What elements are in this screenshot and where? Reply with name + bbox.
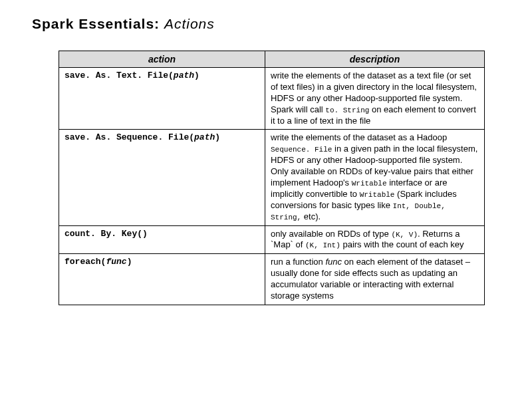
- table-row: save. As. Text. File(path) write the ele…: [59, 68, 485, 130]
- page-title: Spark Essentials: Actions: [32, 16, 505, 32]
- action-description: write the elements of the dataset as a H…: [265, 130, 485, 225]
- table-row: foreach(func) run a function func on eac…: [59, 254, 485, 305]
- action-description: only available on RDDs of type (K, V). R…: [265, 225, 485, 254]
- action-name: foreach(func): [59, 254, 265, 305]
- action-name: count. By. Key(): [59, 225, 265, 254]
- action-description: write the elements of the dataset as a t…: [265, 68, 485, 130]
- table-row: count. By. Key() only available on RDDs …: [59, 225, 485, 254]
- actions-table: action description save. As. Text. File(…: [59, 51, 485, 305]
- table-header-row: action description: [59, 51, 485, 68]
- title-main: Spark Essentials:: [32, 16, 160, 31]
- action-description: run a function func on each element of t…: [265, 254, 485, 305]
- title-sub: Actions: [164, 16, 215, 31]
- action-name: save. As. Text. File(path): [59, 68, 265, 130]
- action-name: save. As. Sequence. File(path): [59, 130, 265, 225]
- header-action: action: [59, 51, 265, 68]
- table-row: save. As. Sequence. File(path) write the…: [59, 130, 485, 225]
- header-description: description: [265, 51, 485, 68]
